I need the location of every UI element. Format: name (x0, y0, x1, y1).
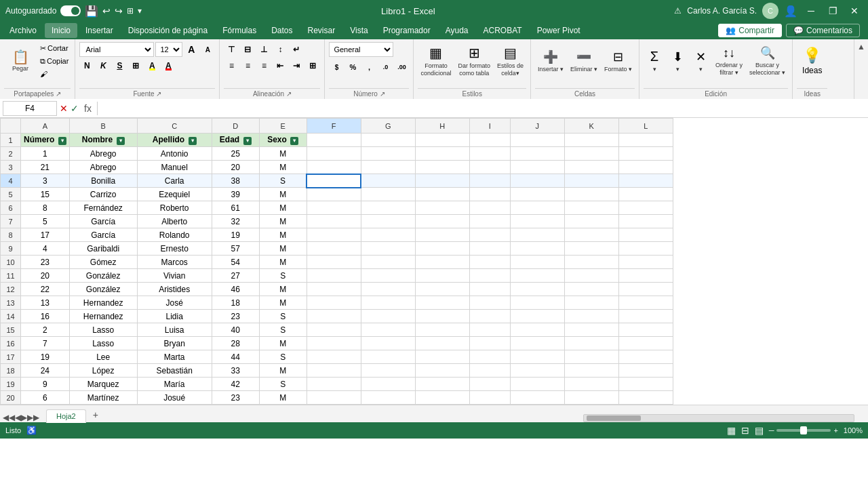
zoom-thumb[interactable] (800, 426, 807, 434)
quick-access-icon[interactable]: ⊞ (127, 6, 134, 16)
cell-j2[interactable] (510, 147, 564, 161)
fill-button[interactable]: ⬇ ▾ (667, 42, 688, 80)
cell-d19[interactable]: 42 (212, 378, 259, 391)
cell-c4[interactable]: Carla (137, 174, 212, 188)
cell-b14[interactable]: Hernandez (69, 310, 137, 323)
col-header-k[interactable]: K (564, 119, 618, 134)
cell-l1[interactable] (618, 134, 673, 147)
cell-l12[interactable] (618, 283, 673, 296)
formula-fx-icon[interactable]: fx (81, 103, 94, 114)
percent-button[interactable]: % (345, 60, 360, 75)
cell-f18[interactable] (307, 364, 361, 378)
cell-h14[interactable] (415, 310, 469, 323)
cell-g17[interactable] (361, 350, 415, 364)
alineacion-expand[interactable]: ↗ (286, 90, 292, 98)
bold-button[interactable]: N (79, 58, 94, 73)
cell-c7[interactable]: Alberto (137, 215, 212, 228)
cell-a6[interactable]: 8 (21, 201, 70, 215)
cell-a2[interactable]: 1 (21, 147, 70, 161)
cell-j8[interactable] (510, 228, 564, 242)
menu-archivo[interactable]: Archivo (3, 23, 43, 38)
cell-h18[interactable] (415, 364, 469, 378)
portapapeles-expand[interactable]: ↗ (56, 90, 61, 98)
cell-e6[interactable]: M (259, 201, 307, 215)
cell-c13[interactable]: José (137, 296, 212, 310)
cell-d6[interactable]: 61 (212, 201, 259, 215)
close-button[interactable]: ✕ (846, 3, 863, 19)
comma-button[interactable]: , (361, 60, 376, 75)
cell-e8[interactable]: M (259, 228, 307, 242)
cell-c18[interactable]: Sebastián (137, 364, 212, 378)
increase-indent-button[interactable]: ⇥ (289, 58, 304, 73)
cell-f15[interactable] (307, 323, 361, 337)
find-select-button[interactable]: 🔍 Buscar yseleccionar ▾ (747, 42, 788, 80)
format-cell-button[interactable]: ⊟ Formato ▾ (601, 42, 635, 80)
cell-c20[interactable]: Josué (137, 391, 212, 405)
filter-a1[interactable]: ▾ (58, 137, 66, 145)
cell-e4[interactable]: S (259, 174, 307, 188)
add-sheet-button[interactable]: + (87, 407, 104, 422)
cell-c17[interactable]: Marta (137, 350, 212, 364)
cell-k10[interactable] (564, 256, 618, 269)
cell-a12[interactable]: 22 (21, 283, 70, 296)
cell-a7[interactable]: 5 (21, 215, 70, 228)
increase-font-button[interactable]: A (184, 42, 199, 57)
cell-d10[interactable]: 54 (212, 256, 259, 269)
zoom-slider[interactable] (776, 429, 831, 432)
minimize-button[interactable]: ─ (803, 3, 819, 19)
cell-reference-input[interactable] (3, 101, 57, 116)
cell-g5[interactable] (361, 188, 415, 201)
accessibility-icon[interactable]: ♿ (26, 426, 37, 435)
cell-h3[interactable] (415, 161, 469, 174)
cell-b20[interactable]: Martínez (69, 391, 137, 405)
cell-h8[interactable] (415, 228, 469, 242)
cell-h20[interactable] (415, 391, 469, 405)
cell-l17[interactable] (618, 350, 673, 364)
cell-k1[interactable] (564, 134, 618, 147)
cell-a10[interactable]: 23 (21, 256, 70, 269)
cell-l13[interactable] (618, 296, 673, 310)
cell-j13[interactable] (510, 296, 564, 310)
menu-formulas[interactable]: Fórmulas (216, 23, 263, 38)
merge-button[interactable]: ⊞ (305, 58, 320, 73)
increase-decimal-button[interactable]: .00 (394, 60, 409, 75)
cell-h11[interactable] (415, 269, 469, 283)
cell-a16[interactable]: 7 (21, 337, 70, 350)
cell-h16[interactable] (415, 337, 469, 350)
cell-l11[interactable] (618, 269, 673, 283)
cell-i4[interactable] (469, 174, 510, 188)
align-right-button[interactable]: ≡ (256, 58, 271, 73)
share-button[interactable]: 👥 Compartir (718, 24, 782, 37)
cell-j1[interactable] (510, 134, 564, 147)
cell-l8[interactable] (618, 228, 673, 242)
cell-k5[interactable] (564, 188, 618, 201)
delete-cell-button[interactable]: ➖ Eliminar ▾ (568, 42, 600, 80)
cell-f14[interactable] (307, 310, 361, 323)
cell-d13[interactable]: 18 (212, 296, 259, 310)
tab-prev-icon[interactable]: ◀ (15, 413, 21, 422)
col-header-l[interactable]: L (618, 119, 673, 134)
insert-cell-button[interactable]: ➕ Insertar ▾ (535, 42, 566, 80)
format-table-button[interactable]: ⊞ Dar formatocomo tabla (455, 42, 493, 80)
cell-j10[interactable] (510, 256, 564, 269)
cell-a5[interactable]: 15 (21, 188, 70, 201)
cell-d2[interactable]: 25 (212, 147, 259, 161)
cell-l7[interactable] (618, 215, 673, 228)
cell-b6[interactable]: Fernández (69, 201, 137, 215)
cell-d5[interactable]: 39 (212, 188, 259, 201)
cell-f5[interactable] (307, 188, 361, 201)
cell-g1[interactable] (361, 134, 415, 147)
col-header-g[interactable]: G (361, 119, 415, 134)
cell-i8[interactable] (469, 228, 510, 242)
save-icon[interactable]: 💾 (85, 5, 98, 18)
cell-d3[interactable]: 20 (212, 161, 259, 174)
cell-e17[interactable]: S (259, 350, 307, 364)
cell-j12[interactable] (510, 283, 564, 296)
cell-k12[interactable] (564, 283, 618, 296)
cell-i18[interactable] (469, 364, 510, 378)
cell-a15[interactable]: 2 (21, 323, 70, 337)
cell-f7[interactable] (307, 215, 361, 228)
menu-revisar[interactable]: Revisar (301, 23, 342, 38)
cell-e18[interactable]: M (259, 364, 307, 378)
decrease-font-button[interactable]: A (200, 42, 215, 57)
